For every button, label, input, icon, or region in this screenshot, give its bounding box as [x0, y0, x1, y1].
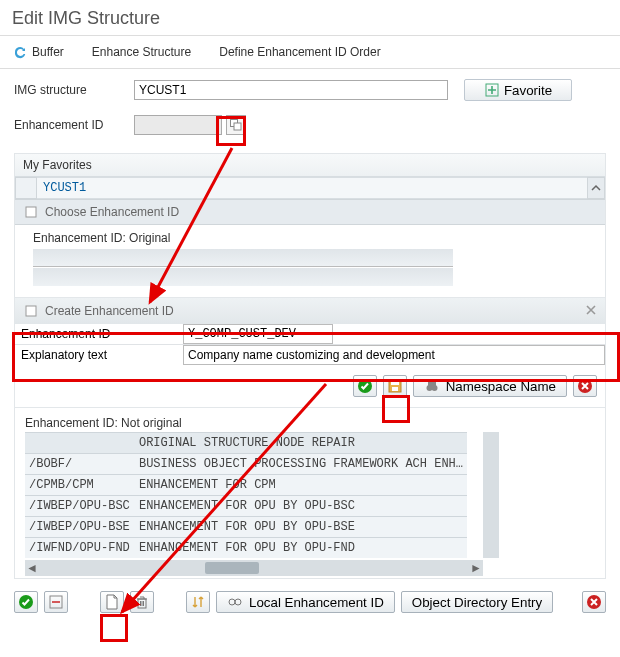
horizontal-scrollbar[interactable]: ◄ ►	[25, 560, 483, 576]
favorite-remove-icon	[48, 594, 64, 610]
define-enh-order-button[interactable]: Define Enhancement ID Order	[219, 45, 380, 59]
svg-rect-10	[392, 387, 398, 391]
svg-rect-5	[26, 207, 36, 217]
close-dialog-button[interactable]	[585, 304, 597, 319]
accept-button[interactable]	[353, 375, 377, 397]
create-enh-id-input[interactable]	[183, 324, 333, 344]
document-icon	[23, 204, 39, 220]
table-row[interactable]: /IWFND/OPU-FNDENHANCEMENT FOR OPU BY OPU…	[25, 538, 467, 559]
vertical-scrollbar[interactable]	[483, 432, 499, 558]
create-enh-id-label: Enhancement ID	[15, 324, 183, 344]
bottom-toolbar: Local Enhancement ID Object Directory En…	[0, 579, 620, 613]
create-enh-title: Create Enhancement ID	[45, 304, 174, 318]
choose-enhancement-header: Choose Enhancement ID	[15, 199, 605, 225]
favorite-checkbox[interactable]	[15, 177, 37, 199]
check-icon	[18, 594, 34, 610]
cancel-icon	[577, 378, 593, 394]
enhancement-id-input[interactable]	[134, 115, 222, 135]
chevron-up-icon	[591, 183, 601, 193]
svg-rect-6	[26, 306, 36, 316]
create-expl-input[interactable]	[183, 345, 605, 365]
table-row[interactable]: /BOBF/BUSINESS OBJECT PROCESSING FRAMEWO…	[25, 454, 467, 475]
main-toolbar: Buffer Enhance Structure Define Enhancem…	[0, 38, 620, 66]
svg-point-19	[235, 599, 241, 605]
favorite-add-icon	[484, 82, 500, 98]
favorite-button-label: Favorite	[504, 83, 552, 98]
enhancement-id-label: Enhancement ID	[14, 118, 134, 132]
my-favorites-header: My Favorites	[15, 154, 605, 177]
close-icon	[585, 304, 597, 316]
table-row[interactable]: ORIGINAL STRUCTURE NODE REPAIR	[25, 433, 467, 454]
enh-original-title: Enhancement ID: Original	[33, 231, 587, 245]
svg-point-18	[229, 599, 235, 605]
remove-favorite-button[interactable]	[44, 591, 68, 613]
define-enh-order-label: Define Enhancement ID Order	[219, 45, 380, 59]
annotation-highlight	[100, 614, 128, 642]
not-original-title: Enhancement ID: Not original	[25, 416, 595, 430]
enhance-structure-label: Enhance Structure	[92, 45, 191, 59]
favorite-item[interactable]: YCUST1	[37, 177, 587, 199]
refresh-icon	[12, 44, 28, 60]
svg-rect-13	[428, 382, 436, 386]
check-icon	[357, 378, 373, 394]
delete-button[interactable]	[130, 591, 154, 613]
object-directory-label: Object Directory Entry	[412, 595, 542, 610]
page-title: Edit IMG Structure	[0, 0, 620, 33]
buffer-button[interactable]: Buffer	[12, 44, 64, 60]
svg-rect-2	[234, 123, 241, 130]
local-enh-id-button[interactable]: Local Enhancement ID	[216, 591, 395, 613]
table-row[interactable]: /IWBEP/OPU-BSCENHANCEMENT FOR OPU BY OPU…	[25, 496, 467, 517]
create-enh-dialog: Create Enhancement ID Enhancement ID Exp…	[14, 297, 606, 408]
favorite-expand-button[interactable]	[587, 177, 605, 199]
valuehelp-icon	[228, 117, 244, 133]
namespace-name-button[interactable]: Namespace Name	[413, 375, 567, 397]
new-button[interactable]	[100, 591, 124, 613]
not-original-table: ORIGINAL STRUCTURE NODE REPAIR /BOBF/BUS…	[25, 432, 467, 558]
namespace-name-label: Namespace Name	[446, 379, 556, 394]
sort-button[interactable]	[186, 591, 210, 613]
cancel-icon	[586, 594, 602, 610]
object-directory-button[interactable]: Object Directory Entry	[401, 591, 553, 613]
binoculars-icon	[424, 378, 440, 394]
table-row[interactable]: /IWBEP/OPU-BSEENHANCEMENT FOR OPU BY OPU…	[25, 517, 467, 538]
cancel-button[interactable]	[573, 375, 597, 397]
save-icon	[387, 378, 403, 394]
img-structure-label: IMG structure	[14, 83, 134, 97]
enh-original-section: Enhancement ID: Original	[15, 225, 605, 297]
enhance-structure-button[interactable]: Enhance Structure	[92, 45, 191, 59]
local-enh-id-label: Local Enhancement ID	[249, 595, 384, 610]
svg-rect-9	[391, 381, 399, 385]
table-row[interactable]: /CPMB/CPMENHANCEMENT FOR CPM	[25, 475, 467, 496]
create-expl-label: Explanatory text	[15, 345, 183, 365]
img-structure-input[interactable]	[134, 80, 448, 100]
trash-icon	[134, 594, 150, 610]
confirm-button[interactable]	[14, 591, 38, 613]
new-document-icon	[104, 594, 120, 610]
buffer-label: Buffer	[32, 45, 64, 59]
glasses-icon	[227, 594, 243, 610]
enhancement-id-valuehelp-button[interactable]	[226, 115, 246, 135]
save-button[interactable]	[383, 375, 407, 397]
document-icon	[23, 303, 39, 319]
favorite-button[interactable]: Favorite	[464, 79, 572, 101]
sort-icon	[190, 594, 206, 610]
close-button[interactable]	[582, 591, 606, 613]
